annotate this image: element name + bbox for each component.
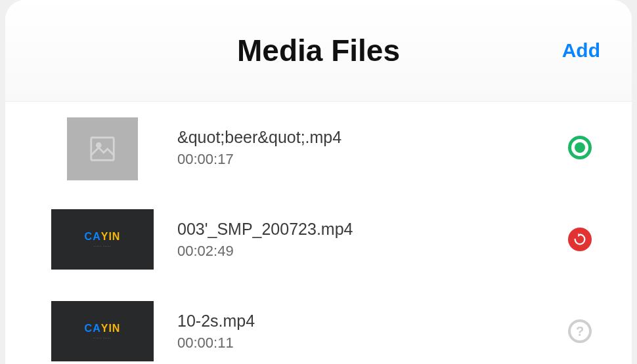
status-refresh-icon[interactable] (567, 227, 592, 252)
media-list: &quot;beer&quot;.mp4 00:00:17 CAYIN ····… (5, 102, 632, 364)
cayin-logo: CAYIN (85, 231, 121, 243)
status-unknown-icon[interactable]: ? (567, 319, 592, 344)
media-thumbnail: CAYIN ····· ····· (51, 209, 154, 270)
cayin-logo: CAYIN (85, 323, 121, 334)
media-name: 10-2s.mp4 (177, 312, 544, 331)
media-thumbnail: CAYIN ····· ····· (51, 301, 154, 361)
media-duration: 00:00:11 (177, 334, 544, 352)
media-name: &quot;beer&quot;.mp4 (177, 128, 544, 147)
cayin-thumbnail: CAYIN ····· ····· (51, 209, 154, 270)
status-ok-icon[interactable] (567, 135, 592, 160)
media-files-panel: Media Files Add &quot;beer&quot;.mp4 00:… (5, 0, 632, 364)
media-item[interactable]: &quot;beer&quot;.mp4 00:00:17 (5, 102, 632, 193)
media-item[interactable]: CAYIN ····· ····· 10-2s.mp4 00:00:11 ? (5, 285, 632, 364)
svg-rect-0 (91, 138, 114, 161)
media-info: 003'_SMP_200723.mp4 00:02:49 (177, 220, 544, 260)
image-placeholder-icon (67, 117, 138, 180)
media-duration: 00:02:49 (177, 243, 544, 260)
media-item[interactable]: CAYIN ····· ····· 003'_SMP_200723.mp4 00… (5, 193, 632, 285)
media-thumbnail (51, 117, 154, 178)
media-info: 10-2s.mp4 00:00:11 (177, 312, 544, 352)
add-button[interactable]: Add (562, 39, 600, 62)
media-name: 003'_SMP_200723.mp4 (177, 220, 544, 239)
cayin-thumbnail: CAYIN ····· ····· (51, 301, 154, 361)
page-title: Media Files (237, 33, 400, 68)
media-duration: 00:00:17 (177, 151, 544, 168)
panel-header: Media Files Add (5, 0, 632, 102)
media-info: &quot;beer&quot;.mp4 00:00:17 (177, 128, 544, 168)
